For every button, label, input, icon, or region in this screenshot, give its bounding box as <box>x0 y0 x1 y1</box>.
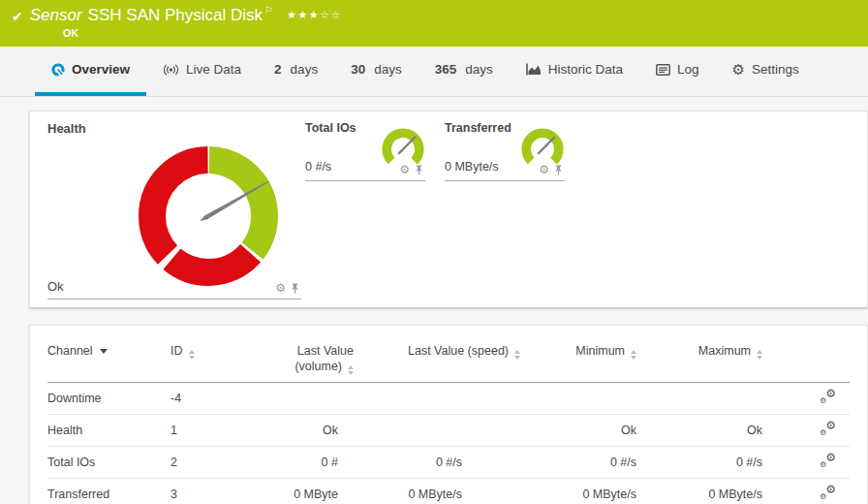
sensor-tabbar: Overview Live Data 2 days 30 days 365 da… <box>0 47 868 97</box>
channel-settings-icon[interactable]: ⚙⚙ <box>820 454 836 468</box>
sort-icon <box>514 350 520 360</box>
tab-label: Historic Data <box>548 62 623 77</box>
pin-icon[interactable] <box>415 165 423 175</box>
column-header-last-value-volume[interactable]: Last Value (volume) <box>251 341 365 383</box>
tab-365-days[interactable]: 365 days <box>418 47 510 96</box>
tab-2-days[interactable]: 2 days <box>258 47 334 96</box>
tab-number: 30 <box>351 62 365 77</box>
channel-name: Transferred <box>47 479 164 504</box>
last-value-speed: 0 MByte/s <box>365 479 520 504</box>
channel-settings-icon[interactable]: ⚙⚙ <box>820 422 836 436</box>
column-label: Maximum <box>698 344 751 358</box>
column-label: Last Value <box>297 344 354 358</box>
channel-id: -4 <box>164 383 251 415</box>
tab-label: Settings <box>752 62 799 77</box>
gear-icon: ⚙ <box>732 62 745 77</box>
gauge-settings-gear-icon[interactable]: ⚙ <box>399 164 410 175</box>
star-rating[interactable]: ★★★☆☆ <box>287 4 342 25</box>
tab-overview[interactable]: Overview <box>35 47 146 96</box>
channel-id: 1 <box>164 415 251 447</box>
health-gauge <box>136 143 281 289</box>
channel-name: Downtime <box>47 383 164 415</box>
maximum-value <box>636 383 762 415</box>
sensor-name: SSH SAN Physical Disk <box>88 5 263 26</box>
broadcast-icon <box>163 64 179 76</box>
last-value-volume: 0 # <box>251 447 365 479</box>
last-value-volume: Ok <box>251 415 365 447</box>
maximum-value: 0 #/s <box>636 447 762 479</box>
priority-flag-icon[interactable]: ⚐ <box>264 0 273 21</box>
channel-name: Total IOs <box>47 447 164 479</box>
health-gauge-cell: Health Ok ⚙ <box>47 121 301 301</box>
sort-icon <box>189 350 195 360</box>
minimum-value <box>520 383 636 415</box>
last-value-speed: 0 #/s <box>365 447 520 479</box>
column-label: Last Value (speed) <box>408 344 509 358</box>
object-type-label: Sensor <box>30 5 82 26</box>
gauge-value: 0 MByte/s <box>445 160 499 173</box>
cell-divider <box>305 180 425 181</box>
last-value-volume <box>251 383 365 415</box>
channel-id: 2 <box>164 447 251 479</box>
channel-id: 3 <box>164 479 251 504</box>
gauge-status-label: Ok <box>47 279 64 294</box>
tab-label: days <box>374 62 402 77</box>
cell-divider <box>445 180 565 181</box>
column-header-id[interactable]: ID <box>164 341 251 383</box>
channel-table: Channel ID Last Value (volume) Last Valu… <box>47 341 850 504</box>
tab-label: days <box>465 62 493 77</box>
cell-divider <box>47 299 301 299</box>
sort-descending-icon <box>100 349 108 354</box>
tab-settings[interactable]: ⚙ Settings <box>716 47 816 96</box>
total-ios-gauge-cell: Total IOs 0 #/s ⚙ <box>305 121 425 183</box>
table-row: Transferred 3 0 MByte 0 MByte/s 0 MByte/… <box>47 479 850 504</box>
sensor-status-header: ✔ Sensor SSH SAN Physical Disk ⚐ ★★★☆☆ O… <box>0 0 868 47</box>
log-icon <box>656 64 670 76</box>
table-row: Total IOs 2 0 # 0 #/s 0 #/s 0 #/s ⚙⚙ <box>47 447 850 479</box>
table-row: Health 1 Ok Ok Ok ⚙⚙ <box>47 415 850 447</box>
last-value-speed <box>365 383 520 415</box>
column-header-maximum[interactable]: Maximum <box>636 341 762 383</box>
channel-settings-icon[interactable]: ⚙⚙ <box>820 390 836 404</box>
last-value-volume: 0 MByte <box>251 479 365 504</box>
column-header-actions <box>762 341 850 383</box>
sort-icon <box>348 365 354 375</box>
maximum-value: 0 MByte/s <box>636 479 762 504</box>
column-header-last-value-speed[interactable]: Last Value (speed) <box>365 341 520 383</box>
channel-name: Health <box>47 415 164 447</box>
transferred-gauge-cell: Transferred 0 MByte/s ⚙ <box>445 121 565 183</box>
tab-label: Live Data <box>186 62 241 77</box>
pin-icon[interactable] <box>291 283 299 294</box>
overview-gauges-panel: Health Ok ⚙ Total IOs 0 #/s ⚙ <box>29 110 868 308</box>
gauge-icon <box>51 63 65 77</box>
column-header-channel[interactable]: Channel <box>47 341 164 383</box>
pin-icon[interactable] <box>554 165 563 175</box>
minimum-value: 0 MByte/s <box>520 479 636 504</box>
channel-settings-icon[interactable]: ⚙⚙ <box>820 486 836 500</box>
last-value-speed <box>365 415 520 447</box>
column-label: Channel <box>47 344 93 358</box>
column-label: ID <box>170 344 183 358</box>
sort-icon <box>631 350 636 360</box>
gauge-settings-gear-icon[interactable]: ⚙ <box>275 282 286 294</box>
channel-table-panel: Channel ID Last Value (volume) Last Valu… <box>29 325 868 504</box>
sort-icon <box>757 350 762 360</box>
tab-number: 2 <box>274 62 282 77</box>
column-label: Minimum <box>575 344 625 358</box>
minimum-value: 0 #/s <box>520 447 636 479</box>
sensor-status-text: OK <box>63 27 868 39</box>
area-chart-icon <box>526 63 542 76</box>
gauge-settings-gear-icon[interactable]: ⚙ <box>539 164 549 175</box>
tab-30-days[interactable]: 30 days <box>334 47 418 96</box>
minimum-value: Ok <box>520 415 636 447</box>
tab-number: 365 <box>435 62 457 77</box>
table-row: Downtime -4 ⚙⚙ <box>47 383 850 415</box>
tab-historic-data[interactable]: Historic Data <box>510 47 639 96</box>
gauge-title: Health <box>47 121 301 136</box>
column-header-minimum[interactable]: Minimum <box>520 341 636 383</box>
column-label: (volume) <box>294 360 342 373</box>
tab-live-data[interactable]: Live Data <box>146 47 258 96</box>
tab-label: Log <box>677 62 699 77</box>
maximum-value: Ok <box>636 415 762 447</box>
tab-log[interactable]: Log <box>639 47 716 96</box>
